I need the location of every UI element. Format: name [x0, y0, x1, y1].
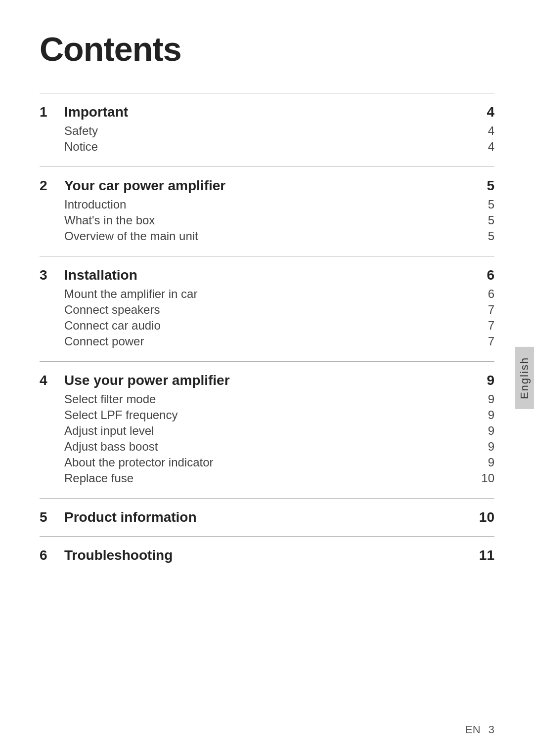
toc-section-page: 10 [470, 509, 494, 525]
toc-sub-item: Introduction5 [64, 198, 494, 211]
toc-sub-items: Introduction5What's in the box5Overview … [40, 198, 494, 256]
toc-item-main: 6Troubleshooting11 [40, 537, 494, 574]
toc-sub-title: What's in the box [64, 213, 470, 227]
toc-sub-title: Mount the amplifier in car [64, 287, 470, 301]
toc-section-page: 4 [470, 104, 494, 120]
toc-sub-page: 10 [470, 471, 494, 485]
toc-sub-item: Mount the amplifier in car6 [64, 287, 494, 301]
toc-sub-item: Notice4 [64, 140, 494, 154]
toc-sub-item: Connect speakers7 [64, 303, 494, 317]
toc-sub-title: Adjust input level [64, 424, 470, 438]
toc-sub-items: Select filter mode9Select LPF frequency9… [40, 392, 494, 498]
toc-section-title: Important [64, 104, 470, 120]
toc-sub-title: Connect power [64, 335, 470, 348]
toc-sub-item: Safety4 [64, 124, 494, 138]
footer-page-number: 3 [489, 723, 494, 736]
toc-sub-title: Replace fuse [64, 471, 470, 485]
toc-sub-title: Adjust bass boost [64, 440, 470, 454]
toc-sub-page: 4 [470, 140, 494, 154]
toc-section-title: Troubleshooting [64, 547, 470, 563]
toc-sub-page: 9 [470, 408, 494, 422]
toc-item-main: 5Product information10 [40, 499, 494, 536]
footer-lang-code: EN [465, 723, 481, 736]
toc-section-page: 6 [470, 267, 494, 283]
toc-sub-item: Overview of the main unit5 [64, 229, 494, 243]
table-of-contents: 1Important4Safety4Notice42Your car power… [40, 93, 494, 574]
toc-sub-item: Adjust bass boost9 [64, 440, 494, 454]
toc-section-title: Your car power amplifier [64, 178, 470, 194]
toc-sub-item: Connect car audio7 [64, 319, 494, 333]
toc-section-title: Product information [64, 509, 470, 525]
toc-sub-item: Replace fuse10 [64, 471, 494, 485]
toc-section-title: Use your power amplifier [64, 373, 470, 388]
toc-sub-title: Safety [64, 124, 470, 138]
toc-section-number: 1 [40, 104, 64, 120]
toc-sub-item: Adjust input level9 [64, 424, 494, 438]
toc-section-number: 4 [40, 373, 64, 388]
language-tab: English [515, 347, 534, 409]
toc-sub-title: Connect car audio [64, 319, 470, 333]
toc-item-main: 4Use your power amplifier9 [40, 362, 494, 392]
toc-sub-item: About the protector indicator9 [64, 456, 494, 469]
toc-sub-items: Mount the amplifier in car6Connect speak… [40, 287, 494, 361]
toc-section-title: Installation [64, 267, 470, 283]
toc-sub-page: 9 [470, 424, 494, 438]
toc-sub-title: Select filter mode [64, 392, 470, 406]
toc-sub-page: 7 [470, 319, 494, 333]
toc-section-page: 11 [470, 547, 494, 563]
page-footer: EN 3 [460, 723, 494, 736]
toc-sub-title: Select LPF frequency [64, 408, 470, 422]
toc-sub-page: 9 [470, 392, 494, 406]
toc-sub-item: What's in the box5 [64, 213, 494, 227]
toc-section-page: 9 [470, 373, 494, 388]
toc-sub-item: Select LPF frequency9 [64, 408, 494, 422]
toc-sub-page: 4 [470, 124, 494, 138]
toc-item-main: 3Installation6 [40, 256, 494, 287]
toc-sub-title: About the protector indicator [64, 456, 470, 469]
toc-sub-page: 6 [470, 287, 494, 301]
toc-item-main: 2Your car power amplifier5 [40, 167, 494, 198]
toc-sub-page: 9 [470, 440, 494, 454]
toc-sub-title: Overview of the main unit [64, 229, 470, 243]
toc-section-number: 3 [40, 267, 64, 283]
toc-sub-page: 5 [470, 213, 494, 227]
toc-section-number: 2 [40, 178, 64, 194]
language-label: English [518, 357, 531, 399]
toc-item-main: 1Important4 [40, 93, 494, 124]
toc-sub-item: Connect power7 [64, 335, 494, 348]
toc-sub-title: Introduction [64, 198, 470, 211]
toc-section-number: 5 [40, 509, 64, 525]
toc-sub-item: Select filter mode9 [64, 392, 494, 406]
toc-section-page: 5 [470, 178, 494, 194]
toc-sub-page: 9 [470, 456, 494, 469]
page-title: Contents [40, 30, 494, 68]
toc-sub-items: Safety4Notice4 [40, 124, 494, 167]
toc-sub-title: Notice [64, 140, 470, 154]
toc-sub-page: 5 [470, 229, 494, 243]
page-container: English Contents 1Important4Safety4Notic… [0, 0, 534, 756]
toc-sub-page: 7 [470, 335, 494, 348]
toc-section-number: 6 [40, 547, 64, 563]
toc-sub-title: Connect speakers [64, 303, 470, 317]
toc-sub-page: 5 [470, 198, 494, 211]
toc-sub-page: 7 [470, 303, 494, 317]
